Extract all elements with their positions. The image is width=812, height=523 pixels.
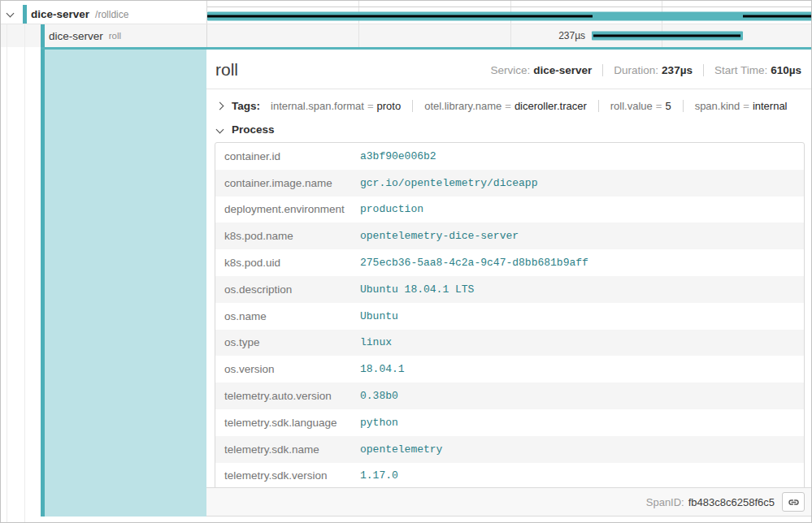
tag-key: roll.value: [610, 100, 653, 112]
process-value: gcr.io/opentelemetry/diceapp: [354, 170, 804, 197]
process-value: opentelemetry: [354, 436, 804, 463]
tags-accordion-header[interactable]: Tags: internal.span.format=proto otel.li…: [206, 89, 812, 112]
selected-span-color-column: [45, 50, 206, 517]
tag-equals: =: [740, 100, 753, 112]
process-accordion-header[interactable]: Process: [206, 112, 812, 136]
process-table-row: os.version 18.04.1: [215, 356, 804, 383]
tag-list: internal.span.format=proto otel.library.…: [271, 100, 788, 112]
critical-path-segment: [207, 15, 593, 17]
overview-label: Duration:: [614, 64, 658, 76]
overview-label: Service:: [490, 64, 530, 76]
span-detail-header: roll Service:dice-server Duration:237µs …: [206, 50, 812, 89]
overview-label: Start Time:: [714, 64, 767, 76]
span-duration-label: 237µs: [558, 30, 585, 41]
process-value: 1.17.0: [354, 463, 804, 490]
overview-value: 237µs: [662, 64, 693, 76]
span-detail-panel: roll Service:dice-server Duration:237µs …: [206, 50, 812, 517]
critical-path-segment: [743, 15, 812, 17]
process-value: a3bf90e006b2: [354, 143, 804, 170]
process-table-row: deployment.environment production: [215, 197, 804, 223]
span-id-label: SpanID:: [646, 496, 684, 508]
span-row-rolldice[interactable]: dice-server /rolldice: [1, 5, 206, 24]
row-divider: [1, 24, 812, 24]
operation-name: /rolldice: [95, 9, 128, 20]
indent-guide-line: [24, 24, 25, 523]
process-table-row: container.image.name gcr.io/opentelemetr…: [215, 170, 804, 197]
process-label: Process: [232, 123, 275, 136]
timeline-row-roll[interactable]: 237µs: [207, 24, 812, 47]
process-key: telemetry.sdk.name: [215, 436, 354, 463]
process-key: k8s.pod.uid: [215, 249, 354, 276]
indent-guide-line: [7, 24, 7, 523]
process-key: os.type: [215, 330, 354, 357]
tag-key: span.kind: [695, 100, 740, 112]
process-table-row: os.description Ubuntu 18.04.1 LTS: [215, 276, 804, 303]
process-table-row: k8s.pod.name opentelemetry-dice-server: [215, 223, 804, 249]
chevron-down-icon[interactable]: [216, 126, 224, 134]
service-color-accent: [23, 5, 27, 24]
span-title: roll: [215, 59, 238, 80]
process-table-row: k8s.pod.uid 275ecb36-5aa8-4c2a-9c47-d8bb…: [215, 249, 804, 276]
overview-item: Start Time:610µs: [703, 64, 801, 76]
process-table-row: os.type linux: [215, 330, 804, 357]
process-key: deployment.environment: [215, 197, 354, 223]
tag-item: otel.library.name=diceroller.tracer: [412, 100, 587, 112]
process-key: container.id: [215, 143, 354, 170]
process-table-row: container.id a3bf90e006b2: [215, 143, 804, 170]
tag-equals: =: [364, 100, 377, 112]
service-name: dice-server: [31, 8, 89, 20]
process-key: telemetry.sdk.language: [215, 409, 354, 436]
jaeger-trace-detail-view: 237µs dice-server /rolldice dice-server …: [0, 0, 812, 523]
tag-value: proto: [377, 100, 402, 112]
tag-value: diceroller.tracer: [515, 100, 587, 112]
tag-equals: =: [653, 100, 666, 112]
process-table-body: container.id a3bf90e006b2 container.imag…: [215, 143, 804, 489]
span-id-value: fb483c8c6258f6c5: [688, 496, 775, 508]
tag-key: otel.library.name: [424, 100, 502, 112]
chevron-down-icon[interactable]: [7, 10, 15, 18]
overview-value: dice-server: [533, 64, 592, 76]
process-table-row: telemetry.sdk.name opentelemetry: [215, 436, 804, 463]
process-value: 275ecb36-5aa8-4c2a-9c47-d8bb681b9aff: [354, 249, 804, 276]
process-table-row: telemetry.sdk.language python: [215, 409, 804, 436]
process-value: 18.04.1: [354, 356, 804, 383]
process-key: container.image.name: [215, 170, 354, 197]
process-key: telemetry.sdk.version: [215, 463, 354, 490]
span-overview: Service:dice-server Duration:237µs Start…: [490, 64, 801, 76]
span-row-roll[interactable]: dice-server roll: [1, 24, 206, 47]
service-name: dice-server: [49, 30, 103, 42]
overview-value: 610µs: [771, 64, 801, 76]
tag-item: internal.span.format=proto: [271, 100, 401, 112]
chevron-right-icon[interactable]: [216, 102, 224, 110]
process-table-row: telemetry.auto.version 0.38b0: [215, 383, 804, 409]
process-key: os.description: [215, 276, 354, 303]
process-value: Ubuntu 18.04.1 LTS: [354, 276, 804, 303]
process-key: os.name: [215, 303, 354, 330]
tag-key: internal.span.format: [271, 100, 364, 112]
tag-value: internal: [753, 100, 788, 112]
tag-item: roll.value=5: [598, 100, 671, 112]
process-value: linux: [354, 330, 804, 357]
process-table: container.id a3bf90e006b2 container.imag…: [215, 142, 805, 490]
overview-item: Duration:237µs: [602, 64, 693, 76]
link-icon: [788, 496, 800, 508]
operation-name: roll: [109, 31, 121, 41]
process-key: k8s.pod.name: [215, 223, 354, 249]
copy-link-button[interactable]: [782, 492, 805, 512]
process-value: production: [354, 197, 804, 223]
tag-value: 5: [665, 100, 671, 112]
process-value: opentelemetry-dice-server: [354, 223, 804, 249]
tag-equals: =: [502, 100, 515, 112]
timeline-ruler: [207, 1, 812, 7]
timeline-row-rolldice[interactable]: [207, 7, 812, 24]
process-table-row: os.name Ubuntu: [215, 303, 804, 330]
process-value: 0.38b0: [354, 383, 804, 409]
critical-path-segment: [593, 35, 740, 37]
process-key: os.version: [215, 356, 354, 383]
overview-item: Service:dice-server: [490, 64, 592, 76]
tag-item: span.kind=internal: [683, 100, 788, 112]
tags-label: Tags:: [232, 100, 260, 112]
process-key: telemetry.auto.version: [215, 383, 354, 409]
process-table-row: telemetry.sdk.version 1.17.0: [215, 463, 804, 490]
span-detail-footer: SpanID: fb483c8c6258f6c5: [206, 487, 812, 517]
